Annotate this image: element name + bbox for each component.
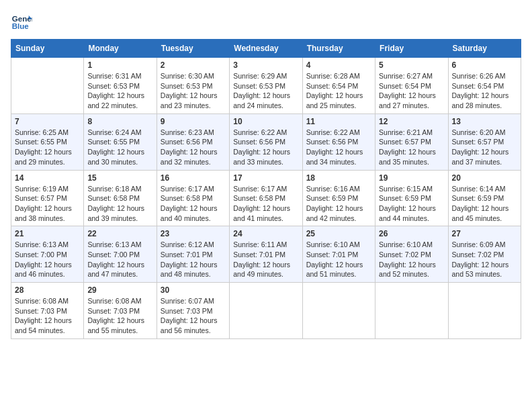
calendar-cell: 16Sunrise: 6:17 AMSunset: 6:58 PMDayligh… [157,170,229,226]
svg-text:Blue: Blue [12,22,30,30]
day-number: 13 [452,117,517,126]
cell-content: 26Sunrise: 6:10 AMSunset: 7:02 PMDayligh… [379,229,444,279]
day-header-friday: Friday [375,40,448,58]
sun-info: Sunrise: 6:19 AMSunset: 6:57 PMDaylight:… [15,184,80,224]
sun-info: Sunrise: 6:22 AMSunset: 6:56 PMDaylight:… [233,128,298,167]
calendar-cell: 2Sunrise: 6:30 AMSunset: 6:53 PMDaylight… [157,58,229,114]
day-header-thursday: Thursday [302,40,375,58]
calendar-cell: 18Sunrise: 6:16 AMSunset: 6:59 PMDayligh… [302,170,375,226]
calendar-cell: 22Sunrise: 6:13 AMSunset: 7:00 PMDayligh… [84,226,157,283]
sun-info: Sunrise: 6:17 AMSunset: 6:58 PMDaylight:… [161,184,226,224]
sun-info: Sunrise: 6:16 AMSunset: 6:59 PMDaylight:… [306,184,371,224]
calendar-cell: 3Sunrise: 6:29 AMSunset: 6:53 PMDaylight… [230,58,302,114]
cell-content: 11Sunrise: 6:22 AMSunset: 6:56 PMDayligh… [306,117,371,167]
day-number: 7 [15,117,80,126]
day-number: 5 [379,60,444,70]
calendar-week-2: 7Sunrise: 6:25 AMSunset: 6:55 PMDaylight… [11,113,521,170]
sun-info: Sunrise: 6:18 AMSunset: 6:58 PMDaylight:… [87,184,152,224]
day-header-sunday: Sunday [11,40,84,58]
calendar-cell: 21Sunrise: 6:13 AMSunset: 7:00 PMDayligh… [11,226,84,283]
sun-info: Sunrise: 6:15 AMSunset: 6:59 PMDaylight:… [379,184,444,224]
sun-info: Sunrise: 6:27 AMSunset: 6:54 PMDaylight:… [379,71,444,111]
sun-info: Sunrise: 6:31 AMSunset: 6:53 PMDaylight:… [87,71,152,111]
cell-content: 10Sunrise: 6:22 AMSunset: 6:56 PMDayligh… [233,117,298,167]
calendar-cell: 28Sunrise: 6:08 AMSunset: 7:03 PMDayligh… [11,283,84,339]
logo: General Blue [11,11,35,32]
sun-info: Sunrise: 6:20 AMSunset: 6:57 PMDaylight:… [452,128,517,167]
sun-info: Sunrise: 6:28 AMSunset: 6:54 PMDaylight:… [306,71,371,111]
calendar-cell: 10Sunrise: 6:22 AMSunset: 6:56 PMDayligh… [230,113,302,170]
sun-info: Sunrise: 6:09 AMSunset: 7:02 PMDaylight:… [452,240,517,279]
sun-info: Sunrise: 6:08 AMSunset: 7:03 PMDaylight:… [15,296,80,336]
calendar-cell: 7Sunrise: 6:25 AMSunset: 6:55 PMDaylight… [11,113,84,170]
day-number: 9 [161,117,226,126]
calendar-week-4: 21Sunrise: 6:13 AMSunset: 7:00 PMDayligh… [11,226,521,283]
day-number: 1 [87,60,152,70]
calendar-cell: 20Sunrise: 6:14 AMSunset: 6:59 PMDayligh… [448,170,521,226]
day-number: 19 [379,173,444,183]
sun-info: Sunrise: 6:08 AMSunset: 7:03 PMDaylight:… [87,296,152,336]
cell-content: 7Sunrise: 6:25 AMSunset: 6:55 PMDaylight… [15,117,80,167]
day-number: 20 [452,173,517,183]
day-number: 26 [379,229,444,238]
calendar-cell: 25Sunrise: 6:10 AMSunset: 7:01 PMDayligh… [302,226,375,283]
calendar-header-row: SundayMondayTuesdayWednesdayThursdayFrid… [11,40,521,58]
cell-content: 18Sunrise: 6:16 AMSunset: 6:59 PMDayligh… [306,173,371,224]
calendar-week-1: 1Sunrise: 6:31 AMSunset: 6:53 PMDaylight… [11,58,521,114]
calendar-cell [448,283,521,339]
cell-content: 25Sunrise: 6:10 AMSunset: 7:01 PMDayligh… [306,229,371,279]
sun-info: Sunrise: 6:07 AMSunset: 7:03 PMDaylight:… [161,296,226,336]
sun-info: Sunrise: 6:13 AMSunset: 7:00 PMDaylight:… [15,240,80,279]
day-header-monday: Monday [84,40,157,58]
sun-info: Sunrise: 6:24 AMSunset: 6:55 PMDaylight:… [87,128,152,167]
calendar-cell: 17Sunrise: 6:17 AMSunset: 6:58 PMDayligh… [230,170,302,226]
sun-info: Sunrise: 6:23 AMSunset: 6:56 PMDaylight:… [161,128,226,167]
calendar-cell: 23Sunrise: 6:12 AMSunset: 7:01 PMDayligh… [157,226,229,283]
sun-info: Sunrise: 6:21 AMSunset: 6:57 PMDaylight:… [379,128,444,167]
cell-content: 14Sunrise: 6:19 AMSunset: 6:57 PMDayligh… [15,173,80,224]
calendar-week-3: 14Sunrise: 6:19 AMSunset: 6:57 PMDayligh… [11,170,521,226]
logo-icon: General Blue [11,11,32,32]
sun-info: Sunrise: 6:14 AMSunset: 6:59 PMDaylight:… [452,184,517,224]
calendar-cell: 27Sunrise: 6:09 AMSunset: 7:02 PMDayligh… [448,226,521,283]
sun-info: Sunrise: 6:10 AMSunset: 7:01 PMDaylight:… [306,240,371,279]
sun-info: Sunrise: 6:17 AMSunset: 6:58 PMDaylight:… [233,184,298,224]
day-number: 24 [233,229,298,238]
cell-content: 23Sunrise: 6:12 AMSunset: 7:01 PMDayligh… [161,229,226,279]
sun-info: Sunrise: 6:26 AMSunset: 6:54 PMDaylight:… [452,71,517,111]
cell-content: 30Sunrise: 6:07 AMSunset: 7:03 PMDayligh… [161,285,226,336]
calendar-cell: 19Sunrise: 6:15 AMSunset: 6:59 PMDayligh… [375,170,448,226]
sun-info: Sunrise: 6:29 AMSunset: 6:53 PMDaylight:… [233,71,298,111]
cell-content: 12Sunrise: 6:21 AMSunset: 6:57 PMDayligh… [379,117,444,167]
calendar-cell: 15Sunrise: 6:18 AMSunset: 6:58 PMDayligh… [84,170,157,226]
calendar-cell [230,283,302,339]
cell-content: 16Sunrise: 6:17 AMSunset: 6:58 PMDayligh… [161,173,226,224]
cell-content: 17Sunrise: 6:17 AMSunset: 6:58 PMDayligh… [233,173,298,224]
calendar-cell [302,283,375,339]
cell-content: 28Sunrise: 6:08 AMSunset: 7:03 PMDayligh… [15,285,80,336]
day-number: 2 [161,60,226,70]
calendar: SundayMondayTuesdayWednesdayThursdayFrid… [11,39,521,339]
cell-content: 15Sunrise: 6:18 AMSunset: 6:58 PMDayligh… [87,173,152,224]
day-number: 18 [306,173,371,183]
day-number: 14 [15,173,80,183]
cell-content: 3Sunrise: 6:29 AMSunset: 6:53 PMDaylight… [233,60,298,111]
sun-info: Sunrise: 6:12 AMSunset: 7:01 PMDaylight:… [161,240,226,279]
day-number: 22 [87,229,152,238]
day-number: 12 [379,117,444,126]
calendar-cell: 5Sunrise: 6:27 AMSunset: 6:54 PMDaylight… [375,58,448,114]
sun-info: Sunrise: 6:10 AMSunset: 7:02 PMDaylight:… [379,240,444,279]
day-number: 29 [87,285,152,295]
calendar-cell: 1Sunrise: 6:31 AMSunset: 6:53 PMDaylight… [84,58,157,114]
cell-content: 8Sunrise: 6:24 AMSunset: 6:55 PMDaylight… [87,117,152,167]
cell-content: 2Sunrise: 6:30 AMSunset: 6:53 PMDaylight… [161,60,226,111]
day-number: 8 [87,117,152,126]
calendar-cell [375,283,448,339]
calendar-cell: 6Sunrise: 6:26 AMSunset: 6:54 PMDaylight… [448,58,521,114]
day-number: 4 [306,60,371,70]
day-number: 25 [306,229,371,238]
day-number: 27 [452,229,517,238]
calendar-cell: 26Sunrise: 6:10 AMSunset: 7:02 PMDayligh… [375,226,448,283]
cell-content: 4Sunrise: 6:28 AMSunset: 6:54 PMDaylight… [306,60,371,111]
cell-content: 24Sunrise: 6:11 AMSunset: 7:01 PMDayligh… [233,229,298,279]
